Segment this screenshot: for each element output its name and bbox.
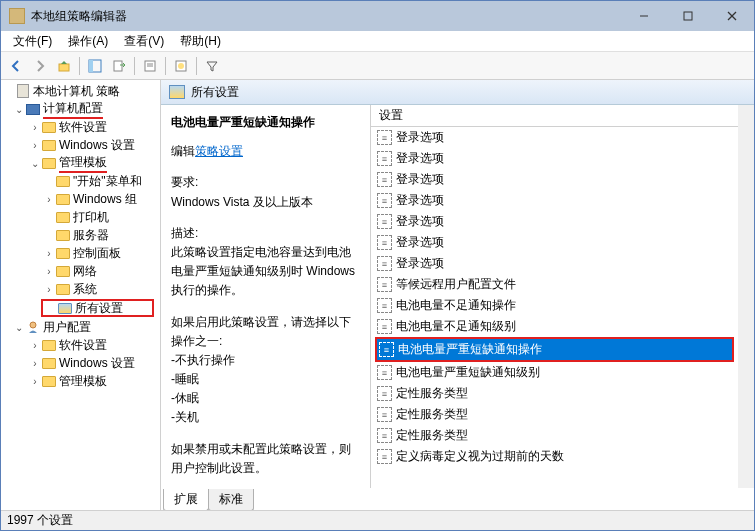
- computer-icon: [25, 101, 41, 117]
- list-item[interactable]: ≡电池电量不足通知级别: [371, 316, 738, 337]
- menu-help[interactable]: 帮助(H): [172, 31, 229, 52]
- expander-icon[interactable]: ⌄: [13, 322, 25, 333]
- list-item[interactable]: ≡定性服务类型: [371, 404, 738, 425]
- edit-policy-link[interactable]: 策略设置: [195, 144, 243, 158]
- policy-icon: ≡: [377, 319, 392, 334]
- expander-icon[interactable]: ⌄: [29, 158, 41, 169]
- policy-icon: ≡: [377, 151, 392, 166]
- expander-icon[interactable]: ›: [43, 248, 55, 259]
- help-button[interactable]: [170, 55, 192, 77]
- list-item-label: 等候远程用户配置文件: [396, 276, 516, 293]
- export-button[interactable]: [108, 55, 130, 77]
- settings-list[interactable]: ≡登录选项≡登录选项≡登录选项≡登录选项≡登录选项≡登录选项≡登录选项≡等候远程…: [371, 127, 738, 488]
- list-item[interactable]: ≡定性服务类型: [371, 383, 738, 404]
- tree-system[interactable]: › 系统: [1, 280, 160, 298]
- menu-file[interactable]: 文件(F): [5, 31, 60, 52]
- maximize-button[interactable]: [666, 1, 710, 31]
- list-item-label: 登录选项: [396, 171, 444, 188]
- expander-icon[interactable]: ⌄: [13, 104, 25, 115]
- tree-printers[interactable]: 打印机: [1, 208, 160, 226]
- tree-admin-templates-2[interactable]: › 管理模板: [1, 372, 160, 390]
- list-item-label: 定性服务类型: [396, 427, 468, 444]
- tree-label: Windows 设置: [59, 137, 135, 154]
- list-item-label: 登录选项: [396, 150, 444, 167]
- expander-icon[interactable]: ›: [29, 358, 41, 369]
- back-button[interactable]: [5, 55, 27, 77]
- properties-button[interactable]: [139, 55, 161, 77]
- tree-user-config[interactable]: ⌄ 用户配置: [1, 318, 160, 336]
- show-hide-tree-button[interactable]: [84, 55, 106, 77]
- list-item[interactable]: ≡定性服务类型: [371, 425, 738, 446]
- expander-icon[interactable]: ›: [29, 140, 41, 151]
- tree-windows-comp[interactable]: › Windows 组: [1, 190, 160, 208]
- expander-icon[interactable]: ›: [29, 340, 41, 351]
- main-area: 本地计算机 策略 ⌄ 计算机配置 › 软件设置 › Windows 设置 ⌄ 管…: [1, 80, 754, 510]
- list-item[interactable]: ≡登录选项: [371, 148, 738, 169]
- tree-software-settings-2[interactable]: › 软件设置: [1, 336, 160, 354]
- list-item-label: 定义病毒定义视为过期前的天数: [396, 448, 564, 465]
- list-item[interactable]: ≡登录选项: [371, 232, 738, 253]
- user-icon: [25, 319, 41, 335]
- expander-icon[interactable]: ›: [29, 376, 41, 387]
- export-icon: [112, 59, 126, 73]
- list-item[interactable]: ≡登录选项: [371, 253, 738, 274]
- list-item-label: 登录选项: [396, 255, 444, 272]
- forward-button[interactable]: [29, 55, 51, 77]
- tree-software-settings[interactable]: › 软件设置: [1, 118, 160, 136]
- list-item[interactable]: ≡电池电量不足通知操作: [371, 295, 738, 316]
- menu-view[interactable]: 查看(V): [116, 31, 172, 52]
- list-item[interactable]: ≡定义病毒定义视为过期前的天数: [371, 446, 738, 467]
- window-buttons: [622, 1, 754, 31]
- list-column-header[interactable]: 设置: [371, 105, 738, 127]
- tree-label: 控制面板: [73, 245, 121, 262]
- tree-root[interactable]: 本地计算机 策略: [1, 82, 160, 100]
- content-pane: 所有设置 电池电量严重短缺通知操作 编辑策略设置 要求: Windows Vis…: [161, 80, 754, 510]
- enable-section: 如果启用此策略设置，请选择以下操作之一: -不执行操作 -睡眠 -休眠 -关机: [171, 313, 360, 428]
- policy-icon: ≡: [377, 256, 392, 271]
- tree-admin-templates[interactable]: ⌄ 管理模板: [1, 154, 160, 172]
- policy-icon: ≡: [377, 214, 392, 229]
- tree-windows-settings-2[interactable]: › Windows 设置: [1, 354, 160, 372]
- tree-all-settings[interactable]: 所有设置: [41, 299, 154, 317]
- list-item[interactable]: ≡电池电量严重短缺通知操作: [377, 339, 732, 360]
- close-button[interactable]: [710, 1, 754, 31]
- list-item[interactable]: ≡登录选项: [371, 211, 738, 232]
- folder-icon: [41, 373, 57, 389]
- tree-start-menu[interactable]: "开始"菜单和: [1, 172, 160, 190]
- up-button[interactable]: [53, 55, 75, 77]
- expander-icon[interactable]: ›: [43, 284, 55, 295]
- folder-icon: [55, 281, 71, 297]
- tree-label: 管理模板: [59, 373, 107, 390]
- vertical-scrollbar[interactable]: [738, 105, 754, 488]
- tab-standard[interactable]: 标准: [208, 489, 254, 510]
- expander-icon[interactable]: ›: [43, 194, 55, 205]
- tree-computer-config[interactable]: ⌄ 计算机配置: [1, 100, 160, 118]
- minimize-button[interactable]: [622, 1, 666, 31]
- policy-title: 电池电量严重短缺通知操作: [171, 113, 360, 132]
- tree-servers[interactable]: 服务器: [1, 226, 160, 244]
- requirements-section: 要求: Windows Vista 及以上版本: [171, 173, 360, 211]
- list-item[interactable]: ≡登录选项: [371, 169, 738, 190]
- filter-button[interactable]: [201, 55, 223, 77]
- tree-windows-settings[interactable]: › Windows 设置: [1, 136, 160, 154]
- description-text: 此策略设置指定电池容量达到电池电量严重短缺通知级别时 Windows 执行的操作…: [171, 243, 360, 301]
- list-item[interactable]: ≡登录选项: [371, 127, 738, 148]
- description-pane: 电池电量严重短缺通知操作 编辑策略设置 要求: Windows Vista 及以…: [161, 105, 371, 488]
- tree-network[interactable]: › 网络: [1, 262, 160, 280]
- folder-icon: [55, 263, 71, 279]
- list-item-label: 登录选项: [396, 192, 444, 209]
- tree-control-panel[interactable]: › 控制面板: [1, 244, 160, 262]
- toolbar-separator: [79, 57, 80, 75]
- list-item[interactable]: ≡电池电量严重短缺通知级别: [371, 362, 738, 383]
- folder-icon: [55, 227, 71, 243]
- tab-extended[interactable]: 扩展: [163, 489, 209, 510]
- nav-tree[interactable]: 本地计算机 策略 ⌄ 计算机配置 › 软件设置 › Windows 设置 ⌄ 管…: [1, 80, 161, 510]
- expander-icon[interactable]: ›: [43, 266, 55, 277]
- option-3: -休眠: [171, 389, 360, 408]
- expander-icon[interactable]: ›: [29, 122, 41, 133]
- menu-action[interactable]: 操作(A): [60, 31, 116, 52]
- list-item[interactable]: ≡等候远程用户配置文件: [371, 274, 738, 295]
- menu-bar: 文件(F) 操作(A) 查看(V) 帮助(H): [1, 31, 754, 52]
- list-item[interactable]: ≡登录选项: [371, 190, 738, 211]
- policy-icon: ≡: [377, 365, 392, 380]
